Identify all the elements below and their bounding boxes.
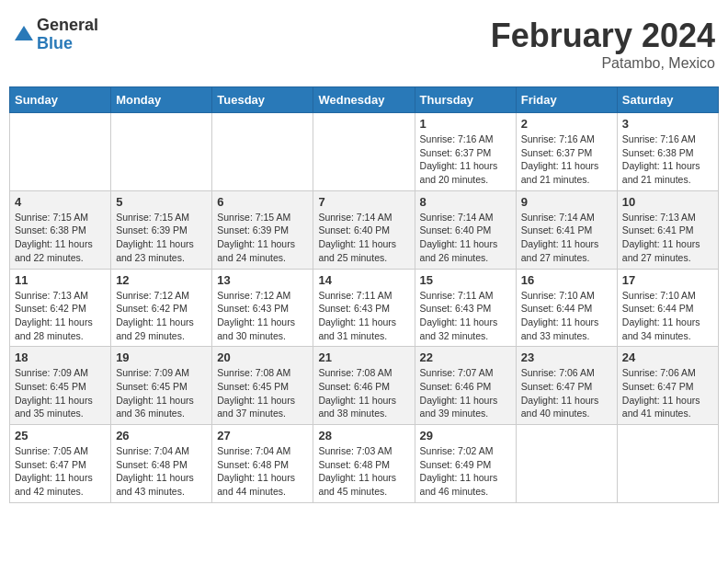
day-number: 16 (521, 273, 612, 287)
day-number: 28 (318, 429, 409, 442)
table-row: 10Sunrise: 7:13 AM Sunset: 6:41 PM Dayli… (617, 190, 718, 269)
day-number: 21 (318, 350, 409, 364)
header: General Blue February 2024 Patambo, Mexi… (9, 9, 719, 79)
table-row: 23Sunrise: 7:06 AM Sunset: 6:47 PM Dayli… (516, 347, 617, 425)
day-info: Sunrise: 7:05 AM Sunset: 6:47 PM Dayligh… (15, 444, 106, 499)
table-row: 12Sunrise: 7:12 AM Sunset: 6:42 PM Dayli… (111, 269, 212, 347)
day-number: 29 (420, 429, 511, 442)
table-row (10, 113, 111, 191)
table-row (313, 113, 415, 191)
table-row: 5Sunrise: 7:15 AM Sunset: 6:39 PM Daylig… (111, 190, 212, 269)
table-row: 20Sunrise: 7:08 AM Sunset: 6:45 PM Dayli… (212, 347, 313, 425)
col-saturday: Saturday (617, 87, 718, 113)
day-info: Sunrise: 7:09 AM Sunset: 6:45 PM Dayligh… (15, 366, 106, 420)
calendar-week-row: 4Sunrise: 7:15 AM Sunset: 6:38 PM Daylig… (10, 190, 719, 269)
logo: General Blue (13, 17, 98, 53)
table-row: 7Sunrise: 7:14 AM Sunset: 6:40 PM Daylig… (313, 190, 415, 269)
logo-general: General (37, 17, 98, 35)
day-info: Sunrise: 7:04 AM Sunset: 6:48 PM Dayligh… (116, 444, 207, 499)
day-number: 13 (217, 273, 308, 287)
col-tuesday: Tuesday (212, 87, 313, 113)
table-row: 24Sunrise: 7:06 AM Sunset: 6:47 PM Dayli… (617, 347, 718, 425)
calendar-header-row: Sunday Monday Tuesday Wednesday Thursday… (10, 87, 719, 113)
table-row (516, 425, 617, 503)
table-row: 1Sunrise: 7:16 AM Sunset: 6:37 PM Daylig… (415, 113, 516, 191)
table-row: 11Sunrise: 7:13 AM Sunset: 6:42 PM Dayli… (10, 269, 111, 347)
day-number: 4 (15, 195, 106, 209)
day-info: Sunrise: 7:14 AM Sunset: 6:40 PM Dayligh… (420, 211, 511, 265)
day-info: Sunrise: 7:06 AM Sunset: 6:47 PM Dayligh… (622, 366, 713, 420)
table-row: 9Sunrise: 7:14 AM Sunset: 6:41 PM Daylig… (516, 190, 617, 269)
day-number: 15 (420, 273, 511, 287)
col-sunday: Sunday (10, 87, 111, 113)
day-info: Sunrise: 7:10 AM Sunset: 6:44 PM Dayligh… (521, 289, 612, 343)
day-number: 2 (521, 117, 612, 131)
day-info: Sunrise: 7:16 AM Sunset: 6:37 PM Dayligh… (420, 132, 511, 187)
day-info: Sunrise: 7:07 AM Sunset: 6:46 PM Dayligh… (420, 366, 511, 420)
col-monday: Monday (111, 87, 212, 113)
day-number: 1 (420, 117, 511, 131)
table-row (212, 113, 313, 191)
table-row (111, 113, 212, 191)
table-row: 22Sunrise: 7:07 AM Sunset: 6:46 PM Dayli… (415, 347, 516, 425)
day-info: Sunrise: 7:13 AM Sunset: 6:42 PM Dayligh… (15, 289, 106, 343)
day-number: 23 (521, 350, 612, 364)
day-number: 25 (15, 429, 106, 442)
day-number: 7 (318, 195, 409, 209)
day-info: Sunrise: 7:03 AM Sunset: 6:48 PM Dayligh… (318, 444, 409, 499)
table-row: 27Sunrise: 7:04 AM Sunset: 6:48 PM Dayli… (212, 425, 313, 503)
day-number: 18 (15, 350, 106, 364)
calendar-week-row: 1Sunrise: 7:16 AM Sunset: 6:37 PM Daylig… (10, 113, 719, 191)
day-number: 6 (217, 195, 308, 209)
table-row: 3Sunrise: 7:16 AM Sunset: 6:38 PM Daylig… (617, 113, 718, 191)
day-info: Sunrise: 7:15 AM Sunset: 6:39 PM Dayligh… (116, 211, 207, 265)
day-number: 11 (15, 273, 106, 287)
svg-marker-0 (15, 26, 33, 40)
table-row: 14Sunrise: 7:11 AM Sunset: 6:43 PM Dayli… (313, 269, 415, 347)
day-info: Sunrise: 7:08 AM Sunset: 6:45 PM Dayligh… (217, 366, 308, 420)
day-number: 19 (116, 350, 207, 364)
location-title: Patambo, Mexico (491, 55, 715, 72)
day-info: Sunrise: 7:11 AM Sunset: 6:43 PM Dayligh… (318, 289, 409, 343)
day-info: Sunrise: 7:11 AM Sunset: 6:43 PM Dayligh… (420, 289, 511, 343)
calendar-week-row: 25Sunrise: 7:05 AM Sunset: 6:47 PM Dayli… (10, 425, 719, 503)
col-wednesday: Wednesday (313, 87, 415, 113)
col-friday: Friday (516, 87, 617, 113)
day-number: 5 (116, 195, 207, 209)
logo-icon (13, 24, 35, 46)
table-row: 4Sunrise: 7:15 AM Sunset: 6:38 PM Daylig… (10, 190, 111, 269)
day-number: 27 (217, 429, 308, 442)
table-row: 2Sunrise: 7:16 AM Sunset: 6:37 PM Daylig… (516, 113, 617, 191)
calendar: Sunday Monday Tuesday Wednesday Thursday… (9, 86, 719, 503)
day-number: 14 (318, 273, 409, 287)
day-number: 22 (420, 350, 511, 364)
day-number: 26 (116, 429, 207, 442)
day-info: Sunrise: 7:12 AM Sunset: 6:43 PM Dayligh… (217, 289, 308, 343)
day-info: Sunrise: 7:02 AM Sunset: 6:49 PM Dayligh… (420, 444, 511, 499)
table-row: 17Sunrise: 7:10 AM Sunset: 6:44 PM Dayli… (617, 269, 718, 347)
table-row: 8Sunrise: 7:14 AM Sunset: 6:40 PM Daylig… (415, 190, 516, 269)
day-info: Sunrise: 7:10 AM Sunset: 6:44 PM Dayligh… (622, 289, 713, 343)
day-info: Sunrise: 7:14 AM Sunset: 6:40 PM Dayligh… (318, 211, 409, 265)
table-row: 19Sunrise: 7:09 AM Sunset: 6:45 PM Dayli… (111, 347, 212, 425)
day-info: Sunrise: 7:04 AM Sunset: 6:48 PM Dayligh… (217, 444, 308, 499)
day-number: 20 (217, 350, 308, 364)
day-number: 3 (622, 117, 713, 131)
month-title: February 2024 (491, 17, 715, 55)
logo-text: General Blue (37, 17, 98, 53)
day-info: Sunrise: 7:09 AM Sunset: 6:45 PM Dayligh… (116, 366, 207, 420)
table-row: 6Sunrise: 7:15 AM Sunset: 6:39 PM Daylig… (212, 190, 313, 269)
day-info: Sunrise: 7:14 AM Sunset: 6:41 PM Dayligh… (521, 211, 612, 265)
day-info: Sunrise: 7:15 AM Sunset: 6:38 PM Dayligh… (15, 211, 106, 265)
table-row: 26Sunrise: 7:04 AM Sunset: 6:48 PM Dayli… (111, 425, 212, 503)
calendar-week-row: 18Sunrise: 7:09 AM Sunset: 6:45 PM Dayli… (10, 347, 719, 425)
day-info: Sunrise: 7:08 AM Sunset: 6:46 PM Dayligh… (318, 366, 409, 420)
table-row: 15Sunrise: 7:11 AM Sunset: 6:43 PM Dayli… (415, 269, 516, 347)
table-row: 29Sunrise: 7:02 AM Sunset: 6:49 PM Dayli… (415, 425, 516, 503)
table-row: 18Sunrise: 7:09 AM Sunset: 6:45 PM Dayli… (10, 347, 111, 425)
table-row: 21Sunrise: 7:08 AM Sunset: 6:46 PM Dayli… (313, 347, 415, 425)
day-info: Sunrise: 7:06 AM Sunset: 6:47 PM Dayligh… (521, 366, 612, 420)
day-number: 10 (622, 195, 713, 209)
day-info: Sunrise: 7:15 AM Sunset: 6:39 PM Dayligh… (217, 211, 308, 265)
day-info: Sunrise: 7:12 AM Sunset: 6:42 PM Dayligh… (116, 289, 207, 343)
